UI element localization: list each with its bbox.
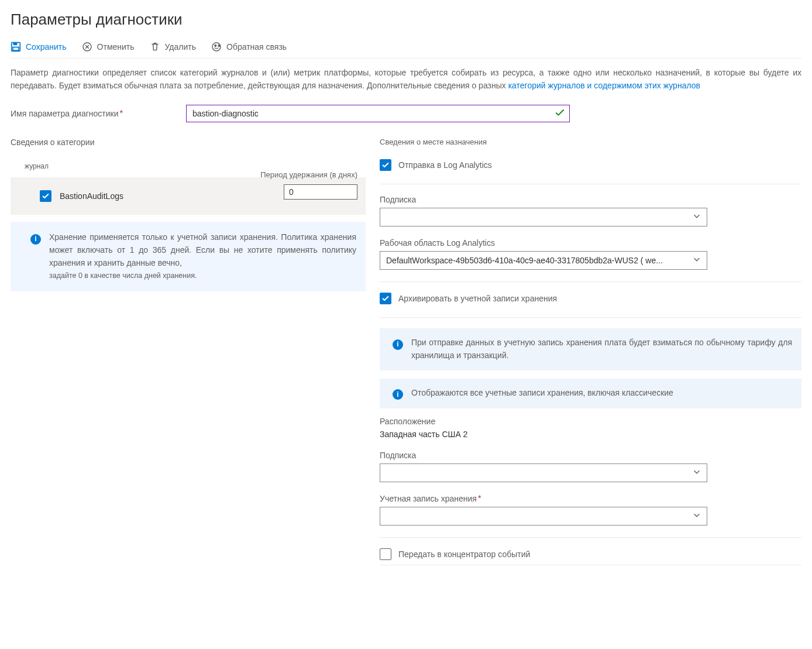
diagnostic-name-row: Имя параметра диагностики bbox=[11, 105, 801, 122]
dest-log-analytics-row: Отправка в Log Analytics bbox=[380, 159, 801, 171]
info-icon: i bbox=[30, 231, 41, 282]
storage-info-1-text: При отправке данных в учетную запись хра… bbox=[411, 336, 792, 362]
destination-details-column: Сведения о месте назначения Отправка в L… bbox=[366, 138, 801, 571]
la-subscription-label: Подписка bbox=[380, 195, 801, 204]
feedback-button[interactable]: Обратная связь bbox=[211, 42, 287, 52]
delete-icon bbox=[150, 42, 160, 52]
retention-info-text-2: задайте 0 в качестве числа дней хранения… bbox=[49, 272, 197, 280]
log-analytics-checkbox[interactable] bbox=[380, 159, 391, 171]
log-bastion-name: BastionAuditLogs bbox=[60, 191, 123, 201]
la-workspace-select[interactable]: DefaultWorkspace-49b503d6-410a-40c9-ae40… bbox=[380, 251, 707, 270]
save-label: Сохранить bbox=[26, 42, 67, 51]
log-analytics-label: Отправка в Log Analytics bbox=[398, 160, 492, 170]
storage-subscription-label: Подписка bbox=[380, 451, 801, 460]
diagnostic-name-label: Имя параметра диагностики bbox=[11, 109, 174, 118]
storage-location-value: Западная часть США 2 bbox=[380, 430, 801, 439]
log-bastion-checkbox[interactable] bbox=[40, 190, 51, 202]
discard-label: Отменить bbox=[97, 42, 135, 51]
retention-label: Период удержания (в днях) bbox=[260, 170, 357, 179]
storage-info-2: i Отображаются все учетные записи хранен… bbox=[380, 379, 801, 409]
svg-rect-1 bbox=[13, 43, 18, 46]
save-icon bbox=[11, 42, 21, 52]
eventhub-label: Передать в концентратор событий bbox=[398, 550, 530, 559]
retention-info-text-1: Хранение применяется только к учетной за… bbox=[49, 232, 356, 267]
storage-label: Архивировать в учетной записи хранения bbox=[398, 294, 557, 303]
diagnostic-name-input[interactable] bbox=[186, 105, 570, 122]
check-icon bbox=[555, 108, 565, 120]
category-heading: Сведения о категории bbox=[11, 138, 366, 147]
storage-location-label: Расположение bbox=[380, 417, 801, 426]
description-paragraph: Параметр диагностики определяет список к… bbox=[11, 67, 801, 92]
storage-subscription-select[interactable] bbox=[380, 463, 707, 482]
category-details-column: Сведения о категории журнал BastionAudit… bbox=[11, 138, 366, 571]
toolbar: Сохранить Отменить Удалить bbox=[11, 42, 801, 59]
info-icon: i bbox=[393, 387, 403, 401]
dest-eventhub-row: Передать в концентратор событий bbox=[380, 548, 801, 560]
storage-info-2-text: Отображаются все учетные записи хранения… bbox=[411, 387, 673, 401]
eventhub-checkbox[interactable] bbox=[380, 548, 391, 560]
chevron-down-icon bbox=[693, 212, 701, 222]
storage-account-label: Учетная запись хранения bbox=[380, 494, 801, 503]
la-workspace-value: DefaultWorkspace-49b503d6-410a-40c9-ae40… bbox=[386, 256, 663, 265]
info-icon: i bbox=[393, 336, 403, 362]
log-subheading: журнал bbox=[25, 162, 366, 170]
feedback-icon bbox=[211, 42, 222, 52]
chevron-down-icon bbox=[693, 511, 701, 521]
page-title: Параметры диагностики bbox=[11, 0, 801, 42]
discard-icon bbox=[82, 42, 92, 52]
la-subscription-select[interactable] bbox=[380, 208, 707, 226]
description-link[interactable]: категорий журналов и содержимом этих жур… bbox=[508, 81, 700, 90]
retention-info-box: i Хранение применяется только к учетной … bbox=[11, 222, 366, 291]
delete-label: Удалить bbox=[165, 42, 196, 51]
dest-storage-row: Архивировать в учетной записи хранения bbox=[380, 293, 801, 304]
feedback-label: Обратная связь bbox=[226, 42, 287, 51]
retention-input[interactable] bbox=[284, 184, 357, 200]
chevron-down-icon bbox=[693, 256, 701, 266]
storage-account-select[interactable] bbox=[380, 507, 707, 526]
discard-button[interactable]: Отменить bbox=[82, 42, 135, 52]
log-row-bastion: BastionAuditLogs Период удержания (в дня… bbox=[11, 177, 366, 215]
save-button[interactable]: Сохранить bbox=[11, 42, 67, 52]
chevron-down-icon bbox=[693, 468, 701, 478]
destination-heading: Сведения о месте назначения bbox=[380, 138, 801, 146]
storage-checkbox[interactable] bbox=[380, 293, 391, 304]
storage-info-1: i При отправке данных в учетную запись х… bbox=[380, 328, 801, 370]
delete-button[interactable]: Удалить bbox=[150, 42, 196, 52]
svg-rect-2 bbox=[13, 47, 19, 51]
la-workspace-label: Рабочая область Log Analytics bbox=[380, 238, 801, 248]
